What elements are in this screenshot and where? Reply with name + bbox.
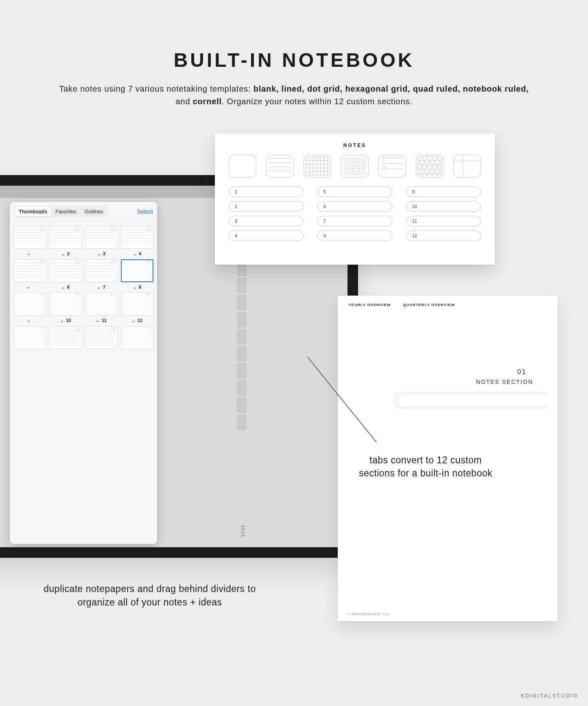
side-tab[interactable] [237,295,247,310]
chevron-down-icon: ⌄ [27,318,30,322]
side-tab[interactable] [237,363,247,379]
year-label: 2025 [240,525,245,537]
subheading-pre: Take notes using 7 various notetaking te… [59,84,253,93]
chevron-down-icon: ⌄ [133,285,136,289]
section-number: 01 [348,368,547,376]
template-icon-row [229,155,481,178]
thumbnail[interactable]: ⌄ [13,293,46,323]
section-link[interactable]: 6 [317,201,392,212]
chevron-down-icon: ⌄ [61,252,65,256]
tab-quarterly-overview[interactable]: QUARTERLY OVERVIEW [403,303,455,307]
notes-index-card: NOTES 1 2 3 4 5 6 7 8 9 10 11 12 [215,134,495,265]
chevron-down-icon: ⌄ [27,251,30,256]
template-dot-grid-icon[interactable] [341,155,369,178]
seg-favorites[interactable]: Favorites [51,207,80,217]
section-link[interactable]: 4 [229,230,304,241]
chevron-down-icon: ⌄ [133,252,136,256]
thumb-label: 7 [103,285,105,289]
callout-duplicate-text: duplicate notepapers and drag behind div… [36,582,264,610]
callout-tabs-text: tabs convert to 12 custom sections for a… [356,454,495,480]
side-tab[interactable] [237,278,247,293]
section-link[interactable]: 7 [317,216,392,226]
thumbnails-panel: Thumbnails Favorites Outlines Select ⌄ ⌄… [10,202,157,544]
thumbnail[interactable]: ⌄ [13,259,46,289]
template-lined-icon[interactable] [266,155,294,178]
seg-outlines[interactable]: Outlines [81,207,107,217]
section-link[interactable]: 10 [406,201,481,212]
subheading-mid: and [176,97,193,106]
thumb-label: 2 [67,251,70,256]
thumbnail[interactable]: ⌄6 [49,259,82,289]
thumb-label: 4 [139,251,141,256]
template-hexagonal-grid-icon[interactable] [416,155,444,178]
thumbnail[interactable] [49,326,82,351]
thumbnail[interactable]: ⌄11 [85,293,118,323]
thumb-label: 6 [67,285,70,289]
thumb-label: 8 [139,285,141,289]
template-notebook-ruled-icon[interactable] [378,155,406,178]
subheading-bold-1: blank, lined, dot grid, hexagonal grid, … [254,84,529,93]
page-subheading: Take notes using 7 various notetaking te… [58,83,530,108]
subheading-post: . Organize your notes within 12 custom s… [222,97,413,106]
page-footer: © KDIGITALSTUDIO, LLC [348,613,389,616]
thumbnail[interactable]: ⌄ [13,226,46,256]
thumbnail[interactable] [85,326,118,351]
section-link[interactable]: 12 [406,230,481,241]
subheading-bold-2: cornell [193,97,222,106]
side-tab[interactable] [237,312,247,327]
template-blank-icon[interactable] [229,155,256,178]
view-segmented-control[interactable]: Thumbnails Favorites Outlines [14,206,108,217]
notes-title: NOTES [229,143,481,148]
section-pill-grid: 1 2 3 4 5 6 7 8 9 10 11 12 [229,186,481,241]
thumbnail-selected[interactable]: ⌄8 [120,259,154,289]
chevron-down-icon: ⌄ [60,318,63,323]
template-cornell-icon[interactable] [453,155,481,178]
thumbnail[interactable]: ⌄4 [120,226,154,256]
template-quad-ruled-icon[interactable] [304,155,331,178]
thumbnail[interactable]: ⌄3 [85,226,118,256]
chevron-down-icon: ⌄ [96,318,99,323]
tab-yearly-overview[interactable]: YEARLY OVERVIEW [348,303,391,307]
thumb-label: 3 [103,251,105,256]
thumbnail[interactable] [13,326,46,351]
side-tab[interactable] [237,380,247,396]
section-link[interactable]: 1 [229,186,304,197]
thumbnails-header: Thumbnails Favorites Outlines Select [10,202,157,221]
section-link[interactable]: 8 [317,230,392,241]
side-tab[interactable] [237,397,247,413]
section-link[interactable]: 9 [406,186,481,197]
thumbnail[interactable]: ⌄2 [49,226,82,256]
thumb-label: 12 [138,318,142,323]
chevron-down-icon: ⌄ [97,285,101,289]
thumb-label: 11 [102,318,107,323]
section-link[interactable]: 11 [406,216,481,226]
chevron-down-icon: ⌄ [27,285,30,289]
chevron-down-icon: ⌄ [61,285,65,289]
chevron-down-icon: ⌄ [97,252,101,256]
thumbnail[interactable]: ⌄10 [49,293,82,323]
section-label: NOTES SECTION [348,379,547,385]
side-tab[interactable] [237,414,247,430]
brand-watermark: KDIGITALSTUDIO [521,693,578,699]
chevron-down-icon: ⌄ [132,318,135,323]
section-title-field[interactable] [393,392,547,410]
select-button[interactable]: Select [137,208,153,215]
thumb-label: 10 [66,318,71,323]
thumbnail[interactable]: ⌄12 [120,293,154,323]
thumbnail[interactable]: ⌄7 [85,259,118,289]
section-link[interactable]: 2 [229,201,304,212]
thumbnail[interactable] [120,326,154,351]
thumbnail-grid: ⌄ ⌄2 ⌄3 ⌄4 ⌄ ⌄6 ⌄7 ⌄8 ⌄ ⌄10 ⌄11 ⌄12 [10,221,157,360]
side-tab[interactable] [237,329,247,344]
page-heading: BUILT-IN NOTEBOOK [0,49,588,71]
section-link[interactable]: 3 [229,216,304,226]
side-tab[interactable] [237,346,247,362]
seg-thumbnails[interactable]: Thumbnails [15,207,51,217]
section-link[interactable]: 5 [317,186,392,197]
